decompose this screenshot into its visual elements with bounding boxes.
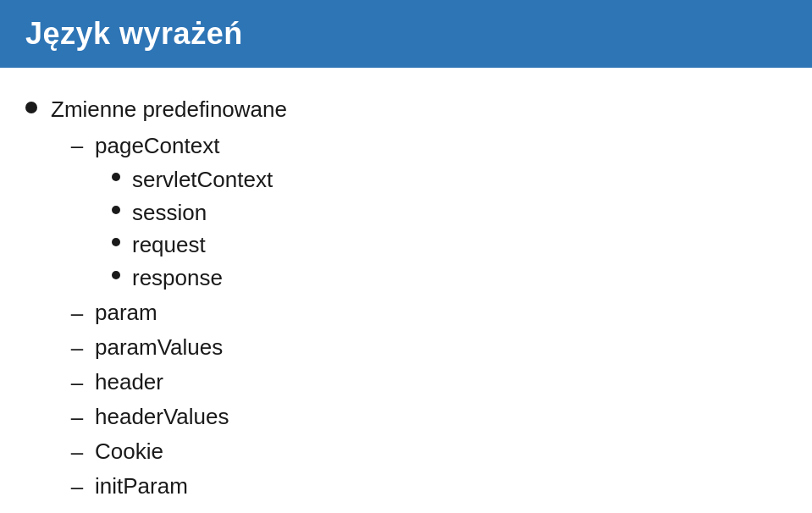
header-bar: Język wyrażeń (0, 0, 812, 68)
dash-icon: – (68, 401, 86, 434)
list-item: – headerValues (68, 401, 787, 434)
dash-icon: – (68, 471, 86, 504)
bullet-small-icon (112, 173, 120, 181)
item-label: pageContext (95, 133, 219, 158)
list-item: – param (68, 297, 787, 330)
bullet-small-icon (112, 238, 120, 246)
dash-icon: – (68, 297, 86, 330)
level2-content: pageContext servletContext session (95, 130, 787, 295)
item-label: Zmienne predefinowane (51, 97, 287, 122)
dash-icon: – (68, 332, 86, 365)
list-item: request (112, 229, 787, 262)
item-label: servletContext (132, 164, 273, 196)
list-item: – paramValues (68, 332, 787, 365)
bullet-small-icon (112, 206, 120, 214)
item-label: session (132, 197, 207, 229)
list-item: – initParam (68, 471, 787, 504)
item-label: response (132, 262, 223, 295)
level1-list: Zmienne predefinowane – pageContext serv… (25, 93, 787, 505)
list-item: Zmienne predefinowane – pageContext serv… (25, 93, 787, 505)
item-label: paramValues (95, 332, 223, 364)
dash-icon: – (68, 436, 86, 469)
bullet-small-icon (112, 271, 120, 279)
item-label: Cookie (95, 436, 163, 468)
bullet-icon (25, 102, 37, 113)
item-label: headerValues (95, 401, 229, 433)
list-item: – pageContext servletContext sess (68, 130, 787, 295)
list-item: session (112, 197, 787, 229)
item-label: param (95, 297, 157, 329)
main-content: Zmienne predefinowane – pageContext serv… (0, 68, 812, 513)
dash-icon: – (68, 130, 86, 163)
list-item: servletContext (112, 164, 787, 196)
list-item: – Cookie (68, 436, 787, 469)
item-label: initParam (95, 471, 188, 503)
item-label: request (132, 229, 206, 262)
dash-icon: – (68, 367, 86, 400)
item-label: header (95, 367, 163, 399)
list-item: response (112, 262, 787, 295)
level1-content: Zmienne predefinowane – pageContext serv… (51, 93, 787, 505)
page-title: Język wyrażeń (25, 16, 243, 52)
level2-list: – pageContext servletContext sess (68, 130, 787, 504)
list-item: – header (68, 367, 787, 400)
level3-list: servletContext session request (112, 164, 787, 295)
